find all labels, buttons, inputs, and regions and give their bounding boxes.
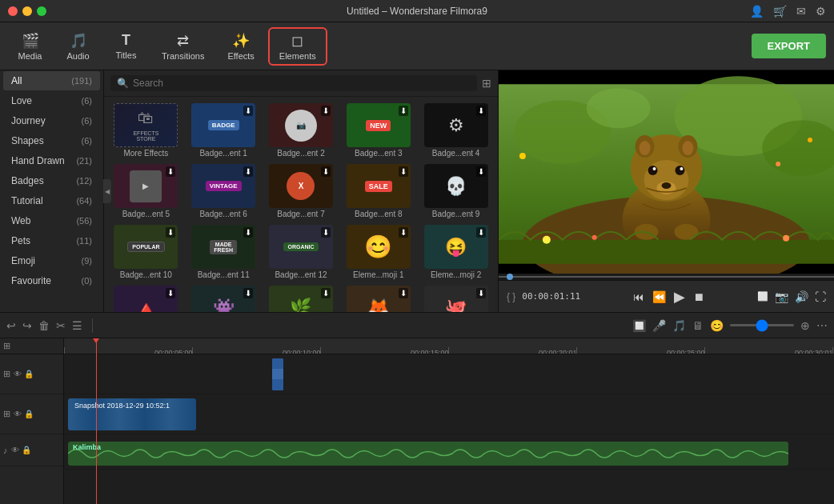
element-row3b[interactable]: ⬇ 👾: [186, 284, 261, 312]
element-emoji-2[interactable]: ⬇ 😝 Eleme...moji 2: [419, 223, 493, 281]
download-icon-12: ⬇: [321, 227, 331, 238]
search-input[interactable]: [133, 78, 471, 89]
redo-button[interactable]: ↪: [22, 319, 32, 332]
audio-track: Kalimba: [64, 438, 834, 470]
category-favourite[interactable]: Favourite (0): [3, 271, 100, 290]
badge-element-6[interactable]: ⬇ VINTAGE Badge...ent 6: [186, 162, 261, 220]
account-icon[interactable]: 👤: [750, 5, 764, 18]
cart-icon[interactable]: 🛒: [773, 5, 787, 18]
tab-transitions[interactable]: ⇄ Transitions: [152, 29, 214, 64]
badge-element-2[interactable]: ⬇ 📷 Badge...ent 2: [264, 102, 339, 159]
export-button[interactable]: EXPORT: [752, 34, 826, 58]
category-shapes[interactable]: Shapes (6): [3, 131, 100, 150]
audio-clip[interactable]: Kalimba: [68, 442, 788, 466]
search-box[interactable]: 🔍: [110, 75, 477, 91]
track-grid-icon[interactable]: ⊞: [3, 369, 10, 379]
badge-element-7[interactable]: ⬇ X Badge...ent 7: [264, 162, 339, 220]
element-row3a[interactable]: ⬇ 🔺: [109, 284, 183, 312]
track-eye-icon[interactable]: 👁: [14, 370, 22, 378]
element-emoji-1[interactable]: ⬇ 😊 Eleme...moji 1: [341, 223, 415, 281]
track-eye-icon-2[interactable]: 👁: [14, 410, 22, 418]
badge-element-5[interactable]: ⬇ ▶ Badge...ent 5: [109, 162, 183, 220]
fullscreen-icon[interactable]: ⛶: [815, 290, 826, 303]
badge-element-3[interactable]: ⬇ NEW Badge...ent 3: [341, 102, 415, 159]
track-music-icon[interactable]: ♪: [3, 446, 8, 455]
step-back-button[interactable]: ⏪: [652, 290, 666, 303]
track-lock-icon-2[interactable]: 🔒: [24, 410, 34, 418]
play-button[interactable]: ▶: [674, 288, 685, 306]
category-hand-drawn[interactable]: Hand Drawn (21): [3, 151, 100, 170]
picture-in-picture-icon[interactable]: ⬜: [757, 291, 768, 302]
cut-button[interactable]: ✂: [56, 319, 66, 332]
track-audio-lock[interactable]: 🔒: [22, 446, 31, 454]
track-audio-eye[interactable]: 👁: [11, 446, 19, 454]
badge-element-12[interactable]: ⬇ ORGANIC Badge...ent 12: [264, 223, 339, 281]
volume-icon[interactable]: 🔊: [795, 290, 808, 303]
mic-icon[interactable]: 🎤: [652, 319, 666, 332]
settings-icon[interactable]: ⚙: [816, 5, 826, 18]
badge-2-label: Badge...ent 2: [269, 149, 333, 158]
undo-button[interactable]: ↩: [6, 319, 16, 332]
close-button[interactable]: [8, 6, 18, 16]
more-effects-item[interactable]: 🛍 EFFECTSSTORE More Effects: [109, 102, 183, 159]
badge-element-8[interactable]: ⬇ SALE Badge...ent 8: [341, 162, 415, 220]
category-badges[interactable]: Badges (12): [3, 171, 100, 190]
badge-11-label: Badge...ent 11: [191, 270, 255, 279]
download-icon-r3e: ⬇: [476, 288, 486, 298]
screen-record-icon[interactable]: 🖥: [692, 319, 704, 332]
badge-element-4[interactable]: ⬇ ⚙ Badge...ent 4: [419, 102, 493, 159]
mail-icon[interactable]: ✉: [796, 5, 806, 18]
zoom-in-icon[interactable]: ⊕: [800, 319, 810, 332]
preview-progress-bar[interactable]: [499, 274, 834, 280]
category-emoji[interactable]: Emoji (9): [3, 251, 100, 270]
category-web[interactable]: Web (56): [3, 211, 100, 230]
camera-icon[interactable]: 📷: [775, 290, 788, 303]
stop-button[interactable]: ⏹: [693, 290, 704, 303]
element-row3e[interactable]: ⬇ 🐙: [419, 284, 493, 312]
frame-bracket-left: { }: [507, 291, 515, 302]
badge-3-label: Badge...ent 3: [347, 149, 411, 158]
more-tools-icon[interactable]: ⋯: [816, 319, 828, 332]
transitions-icon: ⇄: [177, 32, 189, 50]
category-pets[interactable]: Pets (11): [3, 231, 100, 250]
element-row3d[interactable]: ⬇ 🦊: [341, 284, 415, 312]
badge-element-9[interactable]: ⬇ 💀 Badge...ent 9: [419, 162, 493, 220]
sidebar-toggle[interactable]: ◀: [103, 179, 111, 203]
emoji-tool-icon[interactable]: 😊: [710, 319, 724, 332]
badge-5-label: Badge...ent 5: [114, 210, 178, 218]
tab-elements[interactable]: ◻ Elements: [268, 27, 327, 66]
delete-button[interactable]: 🗑: [38, 319, 50, 332]
badge-element-1[interactable]: ⬇ BADGE Badge...ent 1: [186, 102, 261, 159]
tab-media[interactable]: 🎬 Media: [8, 29, 52, 64]
music-icon[interactable]: 🎵: [672, 319, 686, 332]
tab-audio[interactable]: 🎵 Audio: [56, 29, 100, 64]
category-tutorial[interactable]: Tutorial (64): [3, 191, 100, 210]
list-button[interactable]: ☰: [72, 319, 82, 332]
download-icon-em2: ⬇: [476, 227, 486, 238]
mask-icon[interactable]: 🔲: [632, 319, 646, 332]
playhead-dot[interactable]: [507, 274, 513, 280]
maximize-button[interactable]: [37, 6, 46, 16]
small-video-clip[interactable]: [272, 358, 283, 390]
preview-controls: { } 00:00:01:11 ⏮ ⏪ ▶ ⏹ ⬜ 📷 🔊 ⛶: [499, 280, 834, 312]
elements-icon: ◻: [291, 32, 303, 50]
ruler-mark-10: 00:00:10:00: [320, 347, 321, 354]
element-row3c[interactable]: ⬇ 🌿: [264, 284, 339, 312]
badge-element-10[interactable]: ⬇ POPULAR Badge...ent 10: [109, 223, 183, 281]
track-grid-icon-2[interactable]: ⊞: [3, 409, 10, 419]
category-all[interactable]: All (191): [3, 71, 100, 90]
tab-titles[interactable]: T Titles: [104, 29, 148, 63]
track-lock-icon[interactable]: 🔒: [24, 370, 34, 378]
rewind-button[interactable]: ⏮: [633, 290, 644, 303]
add-track-icon[interactable]: ⊞: [3, 341, 10, 351]
grid-view-icon[interactable]: ⊞: [482, 77, 491, 90]
tab-effects[interactable]: ✨ Effects: [218, 29, 263, 64]
category-love[interactable]: Love (6): [3, 91, 100, 110]
main-video-clip[interactable]: Snapshot 2018-12-29 10:52:1: [68, 398, 196, 430]
category-journey[interactable]: Journey (6): [3, 111, 100, 130]
svg-point-27: [592, 235, 597, 240]
minimize-button[interactable]: [22, 6, 32, 16]
zoom-slider[interactable]: [730, 324, 794, 326]
emoji-face-icon: 😊: [364, 234, 392, 260]
badge-element-11[interactable]: ⬇ MADEFRESH Badge...ent 11: [186, 223, 261, 281]
